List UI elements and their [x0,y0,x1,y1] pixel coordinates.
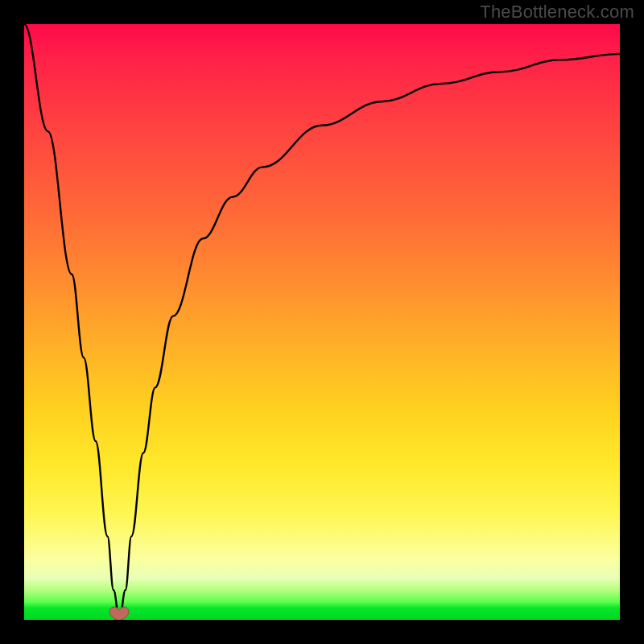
plot-area [24,24,620,620]
curve-path [24,24,620,620]
bottleneck-curve [24,24,620,620]
watermark-text: TheBottleneck.com [480,2,634,23]
chart-frame: TheBottleneck.com [0,0,644,644]
